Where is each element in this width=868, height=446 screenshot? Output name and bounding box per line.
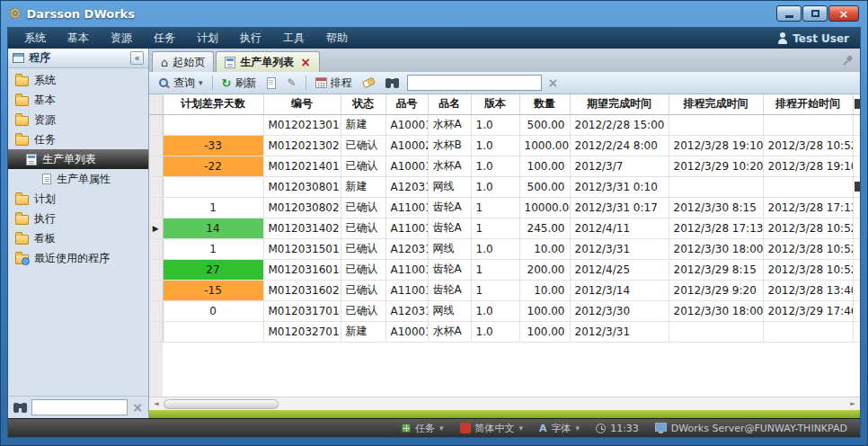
column-header[interactable]: 版本 [471, 94, 519, 114]
user-menu[interactable]: Test User [777, 32, 855, 45]
cell: 1.0 [471, 135, 519, 156]
scrollbar-thumb[interactable] [164, 399, 279, 409]
pin-icon[interactable] [842, 55, 854, 67]
cell: 网线 [428, 300, 471, 321]
menu-item[interactable]: 帮助 [315, 28, 359, 49]
tab[interactable]: ⌂起始页 [152, 51, 214, 72]
table-row[interactable]: 1M012030802已确认A11001齿轮A110000.002012/3/3… [149, 197, 860, 218]
tab[interactable]: 生产单列表× [216, 51, 320, 72]
column-header[interactable]: 数量 [519, 94, 570, 114]
sidebar-item[interactable]: 系统 [8, 70, 148, 90]
form-icon [26, 154, 37, 165]
cell: 10000.00 [519, 197, 570, 218]
scroll-left-arrow[interactable]: ◄ [149, 401, 164, 407]
refresh-button[interactable]: ↻ 刷新 [217, 74, 261, 92]
sidebar-item[interactable]: 资源 [8, 110, 148, 129]
cell: 245.00 [519, 218, 570, 238]
sidebar-item-label: 任务 [34, 132, 56, 147]
sidebar-item[interactable]: 看板 [8, 228, 148, 248]
menu-item[interactable]: 工具 [272, 28, 315, 49]
menu-item[interactable]: 资源 [100, 28, 143, 49]
folder-icon [15, 195, 29, 205]
cell: M012021302 [263, 135, 341, 156]
sidebar-search-input[interactable] [31, 399, 128, 415]
close-button[interactable]: × [828, 5, 859, 22]
sidebar-item-label: 系统 [34, 73, 56, 88]
cell: A10001 [385, 156, 428, 176]
menu-item[interactable]: 基本 [57, 28, 100, 49]
sidebar-title: 程序 [29, 50, 50, 66]
sidebar-item-label: 执行 [34, 211, 56, 227]
folder-icon [15, 76, 29, 86]
column-header[interactable]: 品名 [428, 94, 471, 114]
task-menu[interactable]: 任务 ▾ [402, 422, 444, 435]
eraser-button[interactable] [359, 74, 379, 92]
sidebar-item-label: 生产单属性 [57, 172, 111, 187]
table-row[interactable]: -15M012031602已确认A11001齿轮A110.002012/3/14… [149, 280, 860, 300]
query-button[interactable]: 查询 ▾ [154, 74, 208, 92]
column-header[interactable]: 排程开始时间 [763, 94, 853, 114]
font-menu[interactable]: A 字体 ▾ [539, 422, 580, 435]
sidebar-item[interactable]: 基本 [8, 90, 148, 110]
table-row[interactable]: 1M012031501已确认A12031网线1.010.002012/3/312… [149, 238, 860, 259]
sidebar-header: 程序 « [8, 49, 148, 68]
sidebar-item[interactable]: 生产单属性 [8, 169, 148, 189]
minimize-button[interactable] [776, 5, 802, 22]
maximize-button[interactable] [802, 5, 828, 22]
row-indicator [149, 259, 163, 280]
table-row[interactable]: -22M012021401已确认A10001水杯A1.0100.002012/3… [149, 156, 860, 176]
menu-item[interactable]: 执行 [229, 28, 272, 49]
column-header[interactable]: 排程完成时间 [669, 94, 763, 114]
language-menu[interactable]: 简体中文 ▾ [460, 422, 524, 435]
window-body: 系统基本资源任务计划执行工具帮助 Test User 程序 « 系统基本资源任务… [7, 27, 861, 438]
table-row[interactable]: M012021301新建A10001水杯A1.0500.002012/2/28 … [149, 114, 860, 135]
cell: 1 [471, 280, 519, 300]
grid-search-input[interactable] [407, 75, 542, 91]
table-row[interactable]: 0M012031701已确认A12031网线1.0100.002012/3/30… [149, 300, 860, 321]
new-button[interactable] [262, 74, 280, 92]
find-button[interactable] [381, 74, 403, 92]
clipped-cell [853, 321, 860, 342]
cell [669, 321, 763, 342]
table-row[interactable]: -33M012021302已确认A10002水杯B1.01000.002012/… [149, 135, 860, 156]
cell: 水杯B [428, 135, 471, 156]
cell: 2012/3/28 19:10 [763, 156, 853, 176]
collapse-sidebar-button[interactable]: « [130, 51, 144, 65]
sidebar-item[interactable]: 最近使用的程序 [8, 248, 148, 268]
column-header[interactable]: 计划差异天数 [163, 94, 263, 114]
row-indicator-header [149, 94, 163, 114]
close-tab-icon[interactable]: × [300, 56, 311, 68]
menu-item[interactable]: 任务 [143, 28, 186, 49]
column-header[interactable]: 品号 [385, 94, 428, 114]
clear-filter-button[interactable]: × [544, 74, 563, 92]
edit-button[interactable]: ✎ [282, 74, 300, 92]
column-header[interactable]: 期望完成时间 [570, 94, 669, 114]
table-row[interactable]: ▶14M012031402已确认A11001齿轮A1245.002012/4/1… [149, 218, 860, 238]
titlebar[interactable]: ⚙ Darsson DWorks × [0, 0, 868, 27]
schedule-button[interactable]: 排程 [311, 74, 357, 92]
table-row[interactable]: M012032701新建A10001水杯A1.0100.002012/3/31 [149, 321, 860, 342]
menu-item[interactable]: 计划 [186, 28, 229, 49]
sidebar-item[interactable]: 生产单列表 [8, 149, 148, 169]
sidebar: 程序 « 系统基本资源任务生产单列表生产单属性计划执行看板最近使用的程序 × [8, 49, 149, 418]
cell: M012031501 [263, 238, 341, 259]
server-info: DWorks Server@FUNWAY-THINKPAD [655, 423, 847, 434]
document-icon [225, 57, 235, 68]
cell: 2012/3/31 0:10 [570, 176, 669, 197]
horizontal-scrollbar[interactable]: ◄ ► [149, 397, 860, 410]
binoculars-icon[interactable] [13, 403, 27, 413]
sidebar-item[interactable]: 任务 [8, 129, 148, 149]
refresh-label: 刷新 [235, 76, 256, 91]
column-header[interactable]: 状态 [341, 94, 385, 114]
language-label: 简体中文 [475, 422, 515, 435]
table-row[interactable]: 27M012031601已确认A11001齿轮A1200.002012/4/25… [149, 259, 860, 280]
menu-item[interactable]: 系统 [13, 28, 57, 49]
data-grid: 计划差异天数编号状态品号品名版本数量期望完成时间排程完成时间排程开始时间 M01… [149, 94, 860, 397]
scroll-right-arrow[interactable]: ► [846, 401, 860, 407]
table-row[interactable]: M012030801新建A12031网线1.0500.002012/3/31 0… [149, 176, 860, 197]
sidebar-item[interactable]: 执行 [8, 209, 148, 228]
column-header[interactable]: 编号 [263, 94, 341, 114]
sidebar-item[interactable]: 计划 [8, 189, 148, 209]
clear-search-icon[interactable]: × [132, 401, 143, 414]
cell: 1.0 [471, 176, 519, 197]
